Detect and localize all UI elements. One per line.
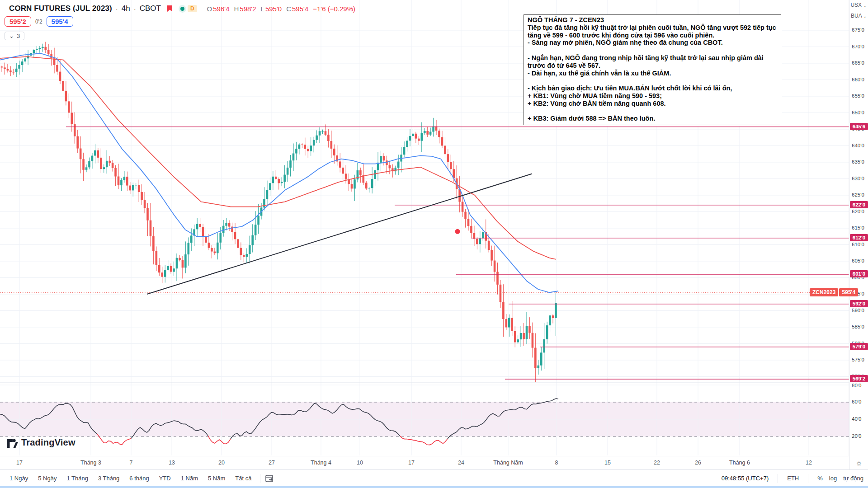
change-value: −1'6 (−0.29%) (313, 5, 355, 13)
price-tick-label: 670'0 (852, 44, 864, 49)
time-label-week: 17 (16, 460, 23, 466)
watermark-text: TradingView (21, 437, 75, 448)
tradingview-watermark: TradingView (6, 436, 75, 448)
ohlc-item: H598'2 (234, 5, 256, 13)
range-button[interactable]: Tất cả (231, 474, 255, 483)
price-tick-label: 640'0 (852, 143, 864, 148)
range-button[interactable]: 1 Năm (177, 474, 202, 483)
time-label-week: 8 (555, 460, 558, 466)
sell-button[interactable]: 595'2 (5, 16, 31, 27)
price-tick-label: 675'0 (852, 27, 864, 33)
theme-toggle-icon[interactable]: ☼ (849, 456, 868, 469)
note-paragraph: - Sáng nay mở phiên, NGÔ giảm nhẹ theo đ… (528, 39, 777, 47)
time-label-week: 24 (458, 460, 464, 466)
price-tick-label: 590'0 (852, 308, 864, 313)
price-tick-label: 625'0 (852, 192, 864, 197)
buy-button[interactable]: 595'4 (47, 16, 73, 27)
session-clock[interactable]: 09:48:55 (UTC+7) (722, 475, 769, 482)
range-button[interactable]: 3 Tháng (94, 474, 123, 483)
note-paragraph: NGÔ THÁNG 7 - ZCEN23 (528, 16, 777, 24)
interval-label[interactable]: 4h (122, 4, 130, 13)
price-tick-label: 575'0 (852, 357, 864, 362)
note-paragraph: + KB2: Vùng chờ BÁN tiềm năng quanh 608. (528, 100, 777, 108)
tradingview-logo-icon (6, 436, 18, 448)
range-button[interactable]: 6 tháng (125, 474, 153, 483)
time-label-month: Tháng 4 (311, 460, 331, 466)
time-label-month: Tháng Năm (493, 460, 523, 466)
axis-settings-group: 09:48:55 (UTC+7) ETH % log tự động (722, 470, 863, 487)
unit-selector[interactable]: BUA ⌄ (851, 13, 867, 19)
ohlc-values: O596'4H598'2L595'0C595'4−1'6 (−0.29%) (207, 5, 355, 13)
divider (808, 474, 808, 483)
note-paragraph: - Kịch bản giao dịch: Ưu tiên MUA.BÁN lư… (528, 84, 777, 92)
session-type-button[interactable]: ETH (787, 475, 799, 482)
price-tick-label: 20'0 (852, 433, 861, 439)
note-paragraph: Tiếp tục đà tăng hồi kỹ thuật trở lại ph… (528, 24, 777, 39)
chevron-down-icon: ⌄ (9, 33, 14, 39)
range-button[interactable]: 5 Năm (204, 474, 229, 483)
note-blank-line (528, 77, 777, 84)
log-scale-button[interactable]: log (829, 475, 837, 482)
auto-scale-button[interactable]: tự động (843, 475, 863, 482)
price-tick-label: 630'0 (852, 176, 864, 181)
level-price-badge: 622'0 (850, 201, 868, 208)
price-tick-label: 605'0 (852, 258, 864, 263)
currency-selector[interactable]: USX ⌄ (850, 2, 867, 8)
collapsed-count: 3 (17, 33, 20, 39)
daily-interval-badge[interactable]: D (188, 5, 197, 12)
time-label-month: Tháng 6 (729, 460, 750, 466)
time-label-week: 22 (654, 460, 660, 466)
price-tick-label: 585'0 (852, 324, 864, 329)
note-blank-line (528, 47, 777, 54)
window-bottom-strip (0, 486, 868, 488)
analysis-note-box[interactable]: NGÔ THÁNG 7 - ZCEN23Tiếp tục đà tăng hồi… (524, 14, 781, 125)
price-tick-label: 655'0 (852, 93, 864, 99)
ohlc-item: C595'4 (286, 5, 308, 13)
note-paragraph: - Ngắn hạn, NGÔ đang trong nhịp hồi tăng… (528, 54, 777, 70)
percent-scale-button[interactable]: % (817, 475, 823, 482)
price-tick-label: 635'0 (852, 159, 864, 164)
range-button[interactable]: 5 Ngày (34, 474, 61, 483)
time-label-week: 17 (408, 460, 415, 466)
market-open-green-dot (180, 7, 184, 11)
note-paragraph: - Dài hạn, xu thế giá chính vẫn là xu th… (528, 70, 777, 77)
separator-dot: · (134, 5, 136, 13)
note-paragraph: + KB1: Vùng chờ MUA tiềm năng 590 - 593; (528, 92, 777, 100)
chevron-down-icon: ⌄ (863, 14, 867, 19)
range-button[interactable]: 1 Tháng (62, 474, 92, 483)
price-tick-label: 665'0 (852, 60, 864, 66)
time-label-week: 10 (357, 460, 363, 466)
range-button[interactable]: YTD (155, 474, 175, 483)
symbol-tag-label: ZCN2023 (810, 288, 838, 296)
symbol-title: CORN FUTURES (JUL 2023) (9, 4, 112, 13)
time-label-week: 26 (695, 460, 701, 466)
level-price-badge: 601'0 (850, 270, 868, 277)
price-tick-label: 620'0 (852, 209, 864, 214)
red-marker-dot[interactable] (455, 229, 460, 234)
collapsed-indicators-chip[interactable]: ⌄ 3 (5, 32, 24, 40)
support-resistance-lines[interactable] (66, 127, 849, 379)
price-tick-label: 610'0 (852, 242, 864, 247)
price-axis[interactable]: USX ⌄ BUA ⌄ 675'0670'0665'0660'0655'0650… (849, 0, 868, 456)
current-price-badge: 595'4 (839, 288, 858, 296)
price-tick-label: 650'0 (852, 110, 864, 115)
ohlc-item: O596'4 (207, 5, 230, 13)
time-label-week: 15 (604, 460, 611, 466)
time-axis[interactable]: ☼ 17Tháng 37132027Tháng 4101724Tháng Năm… (0, 456, 868, 470)
price-tick-label: 615'0 (852, 225, 864, 230)
ma-fast-line (0, 53, 558, 292)
chevron-down-icon: ⌄ (863, 3, 867, 8)
time-label-week: 27 (269, 460, 275, 466)
level-price-badge: 645'6 (850, 123, 868, 130)
price-tick-label: 40'0 (852, 416, 861, 422)
bookmark-flag-icon[interactable] (166, 5, 173, 12)
tradingview-chart-window: CORN FUTURES (JUL 2023) · 4h · CBOT D O5… (0, 0, 868, 488)
divider (260, 474, 260, 483)
calendar-goto-date-icon[interactable] (265, 474, 275, 483)
note-blank-line (528, 108, 777, 115)
separator-dot: · (116, 5, 118, 13)
time-label-week: 20 (218, 460, 225, 466)
range-button[interactable]: 1 Ngày (5, 474, 32, 483)
range-selector: 1 Ngày5 Ngày1 Tháng3 Tháng6 thángYTD1 Nă… (5, 470, 275, 487)
bid-ask-panel: 595'2 0'2 595'4 (5, 16, 73, 27)
